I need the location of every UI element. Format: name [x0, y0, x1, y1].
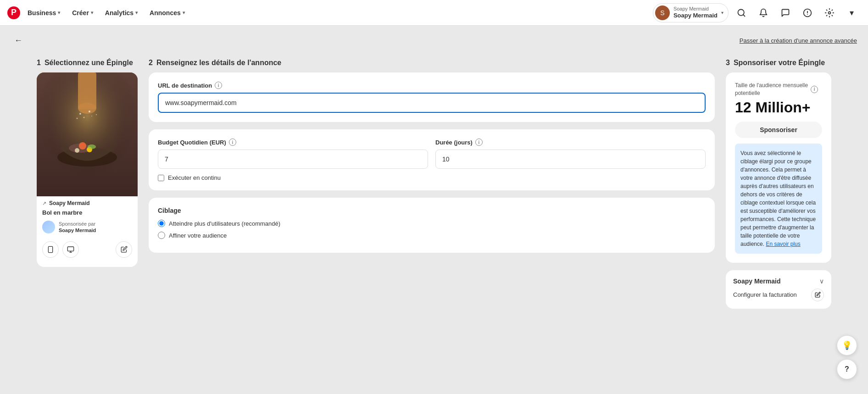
expand-button[interactable]: ▾ [842, 4, 861, 22]
search-button[interactable] [732, 4, 751, 22]
billing-config: Configurer la facturation [733, 289, 824, 301]
svg-point-20 [77, 118, 78, 119]
alert-button[interactable] [798, 4, 817, 22]
duration-input[interactable] [435, 150, 706, 169]
user-info: Soapy Mermaid Soapy Mermaid [673, 6, 718, 19]
step2-number: 2 [149, 59, 153, 67]
nav-item-creer[interactable]: Créer ▾ [67, 6, 98, 20]
budget-info-icon[interactable]: i [229, 139, 236, 146]
nav-item-analytics[interactable]: Analytics ▾ [100, 6, 142, 20]
url-input[interactable] [158, 93, 706, 113]
analytics-chevron-icon: ▾ [135, 10, 138, 15]
subheader: ← Passer à la création d'une annonce ava… [0, 26, 868, 51]
notifications-button[interactable] [754, 4, 773, 22]
back-button[interactable]: ← [11, 33, 26, 48]
billing-edit-button[interactable] [811, 289, 824, 301]
duration-col: Durée (jours) i [435, 139, 706, 169]
step3-header: 3 Sponsoriser votre Épingle [726, 59, 831, 67]
messages-button[interactable] [776, 4, 795, 22]
sponsoriser-button[interactable]: Sponsoriser [735, 122, 822, 138]
svg-point-5 [829, 11, 831, 14]
budget-row: Budget Quotidien (EUR) i Durée (jours) i [158, 139, 706, 169]
svg-point-15 [78, 103, 96, 114]
svg-line-1 [743, 14, 745, 16]
account-label: Soapy Mermaid [673, 6, 718, 12]
duration-label: Durée (jours) i [435, 139, 706, 146]
step3-title: Sponsoriser votre Épingle [734, 59, 825, 67]
pin-title: Bol en marbre [37, 208, 138, 217]
svg-point-21 [96, 114, 97, 115]
budget-input[interactable] [158, 150, 428, 169]
step3-column: 3 Sponsoriser votre Épingle Taille de l'… [726, 59, 831, 309]
billing-config-label: Configurer la facturation [733, 291, 797, 298]
user-chevron-icon: ▾ [721, 10, 723, 15]
step2-title: Renseignez les détails de l'annonce [156, 59, 281, 67]
svg-point-13 [88, 144, 96, 149]
duration-info-icon[interactable]: i [475, 139, 483, 146]
audience-label: Taille de l'audience mensuelle potentiel… [735, 82, 822, 97]
pin-card: ↗ Soapy Mermaid Bol en marbre Sponsorisé… [37, 72, 138, 267]
billing-header: Soapy Mermaid ∨ [733, 277, 824, 285]
desktop-preview-button[interactable] [62, 241, 79, 258]
top-navigation: P Business ▾ Créer ▾ Analytics ▾ Annonce… [0, 0, 868, 26]
billing-card: Soapy Mermaid ∨ Configurer la facturatio… [726, 270, 831, 309]
radio-reach-row[interactable]: Atteindre plus d'utilisateurs (recommand… [158, 220, 706, 227]
budget-form-card: Budget Quotidien (EUR) i Durée (jours) i… [149, 129, 715, 190]
business-chevron-icon: ▾ [58, 10, 60, 15]
creer-chevron-icon: ▾ [91, 10, 93, 15]
svg-point-10 [79, 142, 86, 150]
continuous-checkbox-row: Exécuter en continu [158, 174, 706, 181]
nav-item-annonces[interactable]: Annonces ▾ [145, 6, 189, 20]
svg-point-19 [91, 116, 92, 117]
pin-actions [37, 238, 138, 261]
audience-card: Taille de l'audience mensuelle potentiel… [726, 72, 831, 263]
svg-point-12 [75, 148, 79, 153]
audience-info-icon[interactable]: i [811, 86, 818, 93]
mobile-preview-button[interactable] [42, 241, 59, 258]
advanced-creation-link[interactable]: Passer à la création d'une annonce avanc… [740, 37, 857, 44]
budget-col: Budget Quotidien (EUR) i [158, 139, 428, 169]
sponsor-text: Sponsorisée par Soapy Mermaid [59, 221, 96, 234]
pin-image [37, 72, 138, 196]
nav-item-business[interactable]: Business ▾ [23, 6, 65, 20]
svg-rect-24 [67, 247, 73, 251]
billing-chevron-icon[interactable]: ∨ [819, 277, 824, 285]
step2-header: 2 Renseignez les détails de l'annonce [149, 59, 715, 67]
url-info-icon[interactable]: i [215, 82, 222, 89]
settings-button[interactable] [820, 4, 839, 22]
url-label: URL de destination i [158, 82, 706, 89]
audience-number: 12 Million+ [735, 99, 822, 116]
learn-more-link[interactable]: En savoir plus [766, 241, 800, 247]
lightbulb-button[interactable]: 💡 [837, 335, 857, 355]
pin-author: ↗ Soapy Mermaid [37, 196, 138, 208]
refine-label: Affiner votre audience [169, 232, 227, 239]
targeting-title: Ciblage [158, 207, 706, 214]
user-account-badge[interactable]: S Soapy Mermaid Soapy Mermaid ▾ [653, 3, 729, 22]
url-form-card: URL de destination i [149, 72, 715, 122]
floating-buttons: 💡 ? [837, 335, 857, 379]
svg-rect-22 [48, 246, 52, 252]
targeting-info-box: Vous avez sélectionné le ciblage élargi … [735, 144, 822, 254]
step1-title: Sélectionnez une Épingle [45, 59, 133, 67]
pinterest-logo[interactable]: P [7, 6, 20, 19]
sponsor-avatar [42, 221, 55, 233]
billing-name: Soapy Mermaid [733, 277, 780, 285]
step1-header: 1 Sélectionnez une Épingle [37, 59, 138, 67]
step2-column: 2 Renseignez les détails de l'annonce UR… [149, 59, 715, 253]
reach-label: Atteindre plus d'utilisateurs (recommand… [169, 220, 280, 227]
pin-link-icon: ↗ [42, 200, 46, 206]
reach-radio[interactable] [158, 220, 165, 227]
annonces-chevron-icon: ▾ [183, 10, 185, 15]
continuous-checkbox[interactable] [158, 175, 164, 181]
audience-label-text: Taille de l'audience mensuelle potentiel… [735, 82, 808, 97]
edit-pin-button[interactable] [116, 241, 132, 258]
radio-refine-row[interactable]: Affiner votre audience [158, 232, 706, 239]
nav-left: P Business ▾ Créer ▾ Analytics ▾ Annonce… [7, 6, 653, 20]
main-content: 1 Sélectionnez une Épingle [0, 51, 868, 316]
pin-author-name: Soapy Mermaid [49, 200, 90, 206]
svg-point-17 [83, 117, 85, 118]
refine-radio[interactable] [158, 232, 165, 239]
pin-sponsored-section: Sponsorisée par Soapy Mermaid [37, 217, 138, 238]
help-button[interactable]: ? [837, 359, 857, 379]
user-name: Soapy Mermaid [673, 12, 718, 19]
